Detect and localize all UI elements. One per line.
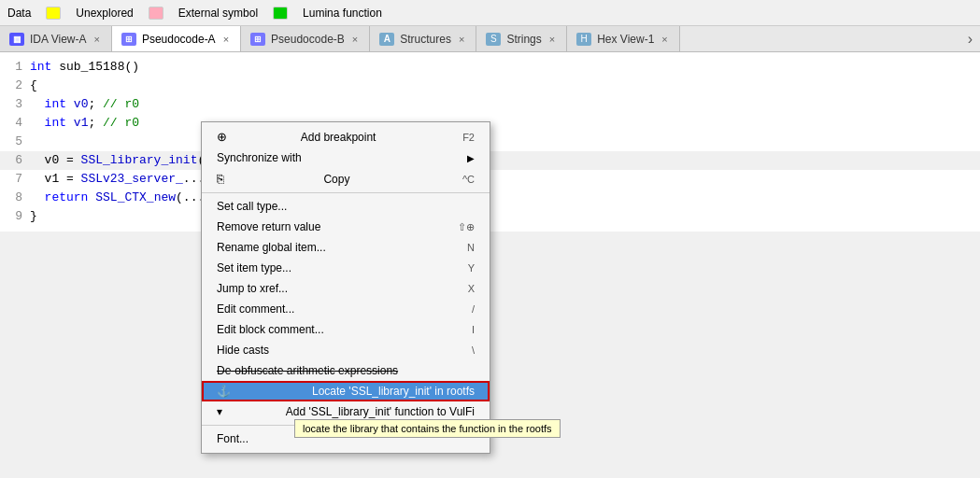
context-menu: ⊕ Add breakpoint F2 Synchronize with ▶ ⎘… bbox=[201, 121, 490, 454]
tab-hex-view-1[interactable]: H Hex View-1 × bbox=[567, 26, 680, 51]
menu-remove-return-value[interactable]: Remove return value ⇧⊕ bbox=[202, 217, 490, 237]
structures-icon: A bbox=[379, 33, 394, 46]
tab-bar: ▦ IDA View-A × ⊞ Pseudocode-A × ⊞ Pseudo… bbox=[0, 26, 980, 52]
line-num-4: 4 bbox=[4, 114, 22, 133]
menu-add-breakpoint-icon: ⊕ bbox=[217, 130, 227, 144]
code-func-name: sub_15188() bbox=[59, 58, 139, 77]
legend-lumina-dot bbox=[273, 7, 288, 20]
menu-separator-1 bbox=[202, 192, 490, 193]
menu-set-item-type[interactable]: Set item type... Y bbox=[202, 258, 490, 278]
code-brace-open: { bbox=[30, 77, 37, 95]
hex-view-icon: H bbox=[576, 33, 591, 46]
line-num-1: 1 bbox=[4, 58, 22, 77]
menu-add-breakpoint[interactable]: ⊕ Add breakpoint F2 bbox=[202, 126, 490, 148]
menu-add-breakpoint-shortcut: F2 bbox=[462, 132, 475, 143]
menu-synchronize-with-label: Synchronize with bbox=[217, 151, 302, 164]
tab-hex-view-1-close[interactable]: × bbox=[660, 33, 669, 46]
menu-copy[interactable]: ⎘ Copy ^C bbox=[202, 168, 490, 190]
code-line-2: 2 { bbox=[0, 77, 980, 95]
menu-copy-icon: ⎘ bbox=[217, 172, 224, 186]
tab-structures-label: Structures bbox=[400, 33, 451, 46]
code-brace-close: } bbox=[30, 207, 37, 226]
tab-structures-close[interactable]: × bbox=[457, 33, 466, 46]
strings-icon: S bbox=[486, 33, 501, 46]
menu-hide-casts-shortcut: \ bbox=[472, 344, 475, 356]
tooltip-text: locate the library that contains the fun… bbox=[303, 423, 552, 434]
menu-locate-ssl-label: Locate 'SSL_library_init' in rootfs bbox=[312, 385, 475, 398]
tab-ida-view-a-close[interactable]: × bbox=[92, 33, 101, 46]
tab-structures[interactable]: A Structures × bbox=[370, 26, 476, 51]
tab-ida-view-a[interactable]: ▦ IDA View-A × bbox=[0, 26, 112, 51]
tab-pseudocode-a-label: Pseudocode-A bbox=[142, 33, 216, 46]
menu-remove-return-value-label: Remove return value bbox=[217, 220, 320, 233]
menu-copy-label: Copy bbox=[323, 173, 349, 186]
code-line-6-content: v0 = SSL_library_init(); bbox=[30, 151, 220, 170]
pseudocode-b-icon: ⊞ bbox=[250, 33, 265, 46]
legend-external-label: External symbol bbox=[178, 7, 258, 20]
menu-rename-global-item[interactable]: Rename global item... N bbox=[202, 237, 490, 258]
line-num-2: 2 bbox=[4, 77, 22, 95]
tab-ida-view-a-label: IDA View-A bbox=[30, 33, 86, 46]
menu-jump-to-xref-shortcut: X bbox=[468, 283, 475, 294]
tab-pseudocode-b-close[interactable]: × bbox=[350, 33, 360, 46]
tab-pseudocode-a[interactable]: ⊞ Pseudocode-A × bbox=[112, 26, 241, 52]
tab-pseudocode-b[interactable]: ⊞ Pseudocode-B × bbox=[241, 26, 370, 51]
ida-view-icon: ▦ bbox=[9, 33, 24, 46]
menu-set-item-type-shortcut: Y bbox=[468, 262, 475, 274]
tab-overflow-area: › bbox=[964, 26, 980, 51]
menu-hide-casts[interactable]: Hide casts \ bbox=[202, 340, 490, 360]
legend-unexplored-label: Unexplored bbox=[76, 7, 133, 20]
menu-set-item-type-label: Set item type... bbox=[217, 261, 291, 274]
menu-edit-block-comment-label: Edit block comment... bbox=[217, 323, 324, 336]
tab-strings-label: Strings bbox=[506, 33, 541, 46]
tab-strings-close[interactable]: × bbox=[547, 33, 557, 46]
tab-overflow-button[interactable]: › bbox=[964, 31, 976, 48]
code-line-4-content: int v1; // r0 bbox=[30, 114, 139, 133]
menu-jump-to-xref-label: Jump to xref... bbox=[217, 282, 288, 295]
menu-deobfuscate-label: De-obfuscate arithmetic expressions bbox=[217, 364, 398, 377]
menu-locate-ssl[interactable]: ⚓ Locate 'SSL_library_init' in rootfs bbox=[202, 381, 490, 401]
menu-set-call-type-label: Set call type... bbox=[217, 200, 287, 213]
menu-add-ssl-vulfi-icon: ▾ bbox=[217, 405, 222, 418]
code-line-7-content: v1 = SSLv23_server_... bbox=[30, 170, 205, 189]
menu-deobfuscate[interactable]: De-obfuscate arithmetic expressions bbox=[202, 360, 490, 381]
menu-edit-block-comment-shortcut: I bbox=[472, 324, 475, 335]
pseudocode-a-icon: ⊞ bbox=[121, 33, 136, 46]
tab-pseudocode-b-label: Pseudocode-B bbox=[271, 33, 345, 46]
tab-hex-view-1-label: Hex View-1 bbox=[597, 33, 654, 46]
tab-pseudocode-a-close[interactable]: × bbox=[221, 33, 231, 46]
menu-add-breakpoint-label: Add breakpoint bbox=[301, 131, 376, 144]
menu-rename-global-item-shortcut: N bbox=[467, 242, 475, 253]
tab-strings[interactable]: S Strings × bbox=[476, 26, 567, 51]
legend-bar: Data Unexplored External symbol Lumina f… bbox=[0, 0, 980, 26]
menu-locate-ssl-icon: ⚓ bbox=[217, 385, 231, 398]
menu-edit-comment[interactable]: Edit comment... / bbox=[202, 299, 490, 319]
legend-data-label: Data bbox=[7, 7, 31, 20]
menu-synchronize-with[interactable]: Synchronize with ▶ bbox=[202, 148, 490, 168]
code-line-8-content: return SSL_CTX_new(... bbox=[30, 189, 205, 207]
line-num-6: 6 bbox=[4, 151, 22, 170]
menu-edit-block-comment[interactable]: Edit block comment... I bbox=[202, 319, 490, 340]
menu-rename-global-item-label: Rename global item... bbox=[217, 241, 326, 254]
menu-add-ssl-vulfi-label: Add 'SSL_library_init' function to VulFi bbox=[286, 405, 475, 418]
line-num-9: 9 bbox=[4, 207, 22, 226]
legend-lumina-label: Lumina function bbox=[303, 7, 382, 20]
menu-remove-return-value-shortcut: ⇧⊕ bbox=[458, 221, 475, 233]
code-line-1: 1 int sub_15188() bbox=[0, 58, 980, 77]
line-num-7: 7 bbox=[4, 170, 22, 189]
menu-edit-comment-shortcut: / bbox=[472, 303, 475, 315]
code-line-3-content: int v0; // r0 bbox=[30, 95, 139, 114]
line-num-5: 5 bbox=[4, 133, 22, 151]
menu-jump-to-xref[interactable]: Jump to xref... X bbox=[202, 278, 490, 299]
menu-copy-shortcut: ^C bbox=[462, 174, 475, 185]
menu-edit-comment-label: Edit comment... bbox=[217, 302, 294, 316]
legend-unexplored-dot bbox=[46, 7, 61, 20]
menu-font-label: Font... bbox=[217, 432, 249, 445]
menu-hide-casts-label: Hide casts bbox=[217, 344, 269, 357]
code-keyword-int: int bbox=[30, 58, 51, 77]
tooltip: locate the library that contains the fun… bbox=[294, 419, 561, 438]
menu-set-call-type[interactable]: Set call type... bbox=[202, 196, 490, 217]
line-num-8: 8 bbox=[4, 189, 22, 207]
legend-external-dot bbox=[149, 7, 163, 20]
line-num-3: 3 bbox=[4, 95, 22, 114]
